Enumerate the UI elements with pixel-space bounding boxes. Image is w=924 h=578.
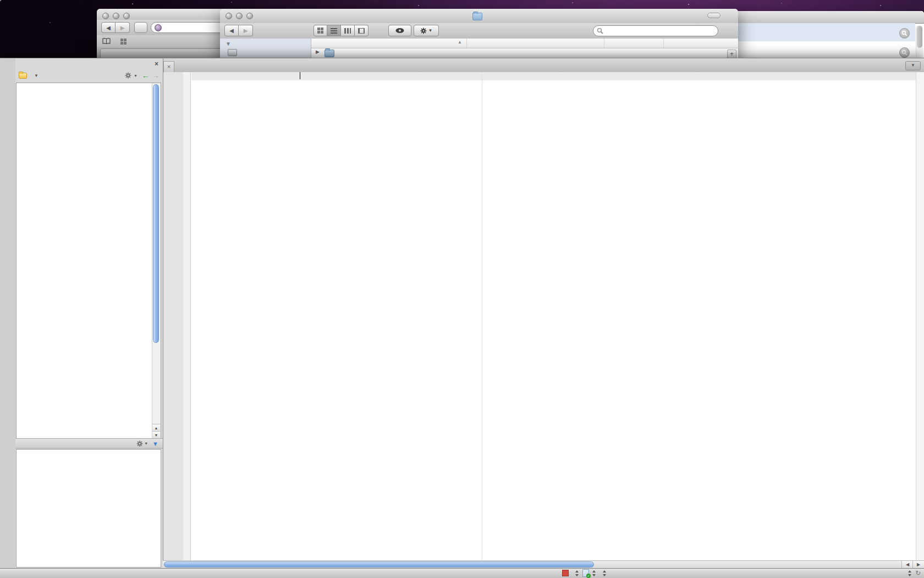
status-bar: ↻ [0, 568, 924, 578]
bookmarks-book-icon[interactable] [102, 38, 111, 45]
new-tab-button[interactable] [134, 22, 147, 33]
tree-scrollbar[interactable]: ▲ ▼ [152, 83, 161, 439]
scrollbar-thumb[interactable] [917, 26, 922, 48]
places-tree-container: ▲ ▼ [16, 83, 161, 439]
disclosure-triangle-icon[interactable]: ▶ [316, 49, 320, 54]
places-toolbar: ▼ ▼ ← → [15, 69, 163, 81]
code-editor[interactable] [163, 72, 924, 561]
quicklook-icon[interactable] [899, 28, 910, 39]
folder-icon [19, 73, 27, 79]
icon-view-button[interactable] [314, 25, 327, 36]
forward-button[interactable]: ▶ [116, 22, 130, 33]
folder-icon [324, 50, 334, 57]
scrollbar-thumb[interactable] [164, 561, 594, 568]
places-back-button[interactable]: ← [142, 71, 150, 80]
column-view-button[interactable] [341, 25, 355, 36]
stepper-icon[interactable] [908, 570, 912, 576]
scroll-right-arrow[interactable]: ▶ [912, 561, 924, 568]
edge-guide-line [482, 72, 482, 561]
coverflow-view-button[interactable] [355, 25, 369, 36]
editor-vertical-scrollbar[interactable] [916, 72, 924, 561]
places-panel-header: × [15, 58, 163, 69]
quicklook-icon[interactable] [899, 47, 910, 58]
finder-search-field[interactable] [593, 25, 718, 36]
file-status-icon [582, 569, 589, 577]
back-button[interactable]: ◀ [101, 22, 116, 33]
tab-overflow-menu-button[interactable]: ▼ [905, 61, 921, 70]
sidebar-section-devices: ▼ [220, 39, 311, 48]
close-panel-icon[interactable]: × [155, 60, 158, 68]
minimize-window-button[interactable] [113, 13, 119, 19]
downloads-window[interactable] [732, 11, 924, 59]
back-button[interactable]: ◀ [224, 25, 239, 36]
folder-icon [472, 13, 482, 20]
scroll-left-arrow[interactable]: ◀ [901, 561, 913, 568]
projects-panel-header: ▼ ▼ [15, 438, 163, 449]
finder-sidebar: ▼ [220, 39, 311, 59]
editor-horizontal-scrollbar[interactable]: ◀ ▶ [163, 560, 924, 569]
line-number-gutter[interactable] [163, 72, 191, 561]
ide-window: × ▼ ▼ ← → ▲ ▼ ▼ ▼ [0, 58, 924, 578]
eye-icon [395, 28, 405, 34]
text-cursor [300, 72, 300, 79]
projects-panel-body[interactable] [16, 449, 161, 568]
places-panel: × ▼ ▼ ← → ▲ ▼ ▼ ▼ [15, 58, 163, 569]
gear-icon[interactable] [125, 72, 131, 79]
scrollbar-thumb[interactable] [153, 84, 159, 343]
toolbar-toggle-lozenge[interactable] [707, 13, 721, 18]
close-all-tabs-button[interactable]: × [163, 61, 174, 72]
view-mode-switcher [314, 25, 369, 36]
scroll-up-arrow[interactable]: ▲ [152, 424, 160, 432]
filter-icon[interactable]: ▼ [152, 440, 158, 447]
downloads-titlebar[interactable] [732, 11, 924, 24]
gear-icon[interactable] [136, 440, 143, 447]
sidebar-item-macintosh-hd[interactable] [220, 48, 311, 57]
chevron-down-icon[interactable]: ▼ [144, 441, 148, 445]
action-menu-button[interactable]: ▼ [414, 25, 439, 36]
class-indicator-icon [562, 570, 569, 576]
editor-tab-bar: × ▼ [163, 58, 924, 73]
zoom-window-button[interactable] [123, 13, 130, 19]
finder-window-title [220, 13, 738, 20]
scroll-down-arrow[interactable]: ▼ [152, 431, 160, 439]
forward-button[interactable]: ▶ [239, 25, 253, 36]
stepper-icon[interactable] [592, 570, 596, 576]
sort-arrow-icon: ▲ [458, 40, 462, 45]
stepper-icon[interactable] [603, 570, 607, 576]
gear-icon [420, 28, 427, 34]
stepper-icon[interactable] [575, 570, 579, 576]
chevron-down-icon: ▼ [34, 73, 38, 78]
site-favicon [155, 24, 162, 31]
chevron-down-icon[interactable]: ▼ [134, 74, 138, 78]
file-row-1password[interactable]: ▶ [311, 48, 738, 58]
downloads-scrollbar[interactable] [916, 25, 923, 58]
top-sites-icon[interactable] [120, 39, 127, 45]
close-window-button[interactable] [102, 13, 109, 19]
download-item[interactable] [732, 23, 915, 41]
list-view-button[interactable] [327, 25, 341, 36]
hard-drive-icon [228, 49, 237, 56]
sync-spinner-icon: ↻ [915, 569, 921, 577]
list-header: ▲ [311, 39, 738, 48]
places-forward-button[interactable]: → [152, 71, 160, 80]
quicklook-button[interactable] [388, 25, 411, 36]
finder-window[interactable]: ◀ ▶ ▼ ▼ [220, 9, 738, 59]
search-icon [597, 28, 603, 34]
finder-file-list: ▲ ▶ + [311, 39, 738, 59]
